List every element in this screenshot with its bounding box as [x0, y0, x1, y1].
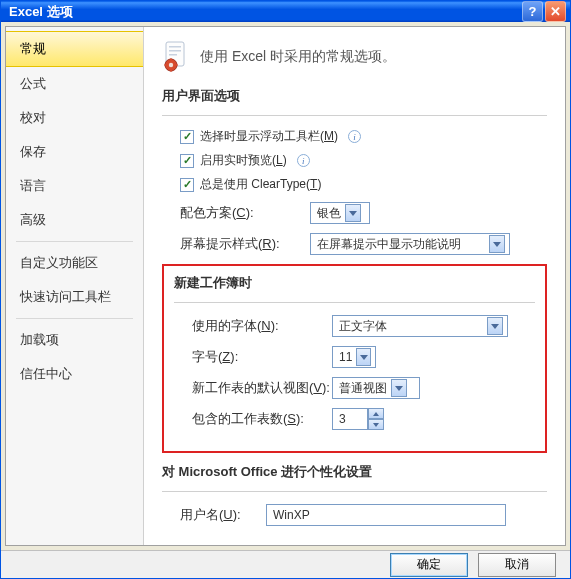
sidebar-item[interactable]: 常规 — [6, 31, 143, 67]
chevron-down-icon — [391, 379, 407, 397]
sidebar-separator — [16, 318, 133, 319]
sidebar-item[interactable]: 信任中心 — [6, 357, 143, 391]
svg-rect-7 — [170, 70, 172, 72]
sidebar-item[interactable]: 语言 — [6, 169, 143, 203]
spinner-down-icon[interactable] — [368, 419, 384, 430]
info-icon[interactable]: i — [348, 130, 361, 143]
checkbox-icon — [180, 178, 194, 192]
sidebar-item[interactable]: 自定义功能区 — [6, 246, 143, 280]
row-sheetcount: 包含的工作表数(S): 3 — [192, 408, 535, 430]
checkbox-row-cleartype[interactable]: 总是使用 ClearType(T) — [180, 176, 547, 193]
checkbox-label: 选择时显示浮动工具栏(M) — [200, 128, 338, 145]
sidebar-item[interactable]: 校对 — [6, 101, 143, 135]
select-screentip[interactable]: 在屏幕提示中显示功能说明 — [310, 233, 510, 255]
header-row: 使用 Excel 时采用的常规选项。 — [162, 41, 547, 73]
label-screentip: 屏幕提示样式(R): — [180, 235, 310, 253]
section-title-ui: 用户界面选项 — [162, 87, 547, 105]
svg-rect-1 — [169, 46, 181, 48]
spinner-sheetcount[interactable]: 3 — [332, 408, 384, 430]
svg-rect-2 — [169, 50, 181, 52]
svg-rect-6 — [170, 59, 172, 61]
checkbox-row-minitoolbar[interactable]: 选择时显示浮动工具栏(M) i — [180, 128, 547, 145]
ok-button[interactable]: 确定 — [390, 553, 468, 577]
label-fontsize: 字号(Z): — [192, 348, 332, 366]
chevron-down-icon — [489, 235, 505, 253]
cancel-button[interactable]: 取消 — [478, 553, 556, 577]
select-color-scheme[interactable]: 银色 — [310, 202, 370, 224]
select-font[interactable]: 正文字体 — [332, 315, 508, 337]
checkbox-label: 总是使用 ClearType(T) — [200, 176, 321, 193]
close-button[interactable]: ✕ — [545, 1, 566, 22]
row-defaultview: 新工作表的默认视图(V): 普通视图 — [192, 377, 535, 399]
row-color-scheme: 配色方案(C): 银色 — [180, 202, 547, 224]
svg-rect-8 — [165, 64, 167, 66]
content-panel: 使用 Excel 时采用的常规选项。 用户界面选项 选择时显示浮动工具栏(M) … — [144, 27, 565, 545]
label-username: 用户名(U): — [180, 506, 266, 524]
select-defaultview[interactable]: 普通视图 — [332, 377, 420, 399]
sidebar: 常规公式校对保存语言高级自定义功能区快速访问工具栏加载项信任中心 — [6, 27, 144, 545]
header-text: 使用 Excel 时采用的常规选项。 — [200, 48, 396, 66]
row-screentip: 屏幕提示样式(R): 在屏幕提示中显示功能说明 — [180, 233, 547, 255]
sidebar-item[interactable]: 公式 — [6, 67, 143, 101]
spinner-up-icon[interactable] — [368, 408, 384, 419]
divider — [162, 115, 547, 116]
sidebar-item[interactable]: 快速访问工具栏 — [6, 280, 143, 314]
input-username[interactable]: WinXP — [266, 504, 506, 526]
label-defaultview: 新工作表的默认视图(V): — [192, 379, 332, 397]
sidebar-separator — [16, 241, 133, 242]
checkbox-icon — [180, 154, 194, 168]
sidebar-item[interactable]: 加载项 — [6, 323, 143, 357]
dialog-footer: 确定 取消 — [1, 550, 570, 578]
checkbox-row-livepreview[interactable]: 启用实时预览(L) i — [180, 152, 547, 169]
chevron-down-icon — [356, 348, 371, 366]
label-font: 使用的字体(N): — [192, 317, 332, 335]
info-icon[interactable]: i — [297, 154, 310, 167]
row-fontsize: 字号(Z): 11 — [192, 346, 535, 368]
help-button[interactable]: ? — [522, 1, 543, 22]
label-sheetcount: 包含的工作表数(S): — [192, 410, 332, 428]
sidebar-item[interactable]: 高级 — [6, 203, 143, 237]
checkbox-label: 启用实时预览(L) — [200, 152, 287, 169]
svg-point-5 — [169, 63, 173, 67]
svg-rect-3 — [169, 54, 177, 56]
label-color-scheme: 配色方案(C): — [180, 204, 310, 222]
sidebar-item[interactable]: 保存 — [6, 135, 143, 169]
row-font: 使用的字体(N): 正文字体 — [192, 315, 535, 337]
dialog-window: Excel 选项 ? ✕ 常规公式校对保存语言高级自定义功能区快速访问工具栏加载… — [0, 0, 571, 579]
divider — [162, 491, 547, 492]
window-title: Excel 选项 — [9, 3, 522, 21]
divider — [174, 302, 535, 303]
select-fontsize[interactable]: 11 — [332, 346, 376, 368]
chevron-down-icon — [345, 204, 361, 222]
section-title-newbook: 新建工作簿时 — [174, 274, 535, 292]
svg-rect-9 — [176, 64, 178, 66]
chevron-down-icon — [487, 317, 503, 335]
options-icon — [162, 41, 190, 73]
section-title-personalize: 对 Microsoft Office 进行个性化设置 — [162, 463, 547, 481]
checkbox-icon — [180, 130, 194, 144]
titlebar: Excel 选项 ? ✕ — [1, 1, 570, 22]
titlebar-buttons: ? ✕ — [522, 1, 566, 22]
highlight-newbook: 新建工作簿时 使用的字体(N): 正文字体 字号(Z): 11 — [162, 264, 547, 453]
row-username: 用户名(U): WinXP — [180, 504, 547, 526]
dialog-body: 常规公式校对保存语言高级自定义功能区快速访问工具栏加载项信任中心 — [5, 26, 566, 546]
